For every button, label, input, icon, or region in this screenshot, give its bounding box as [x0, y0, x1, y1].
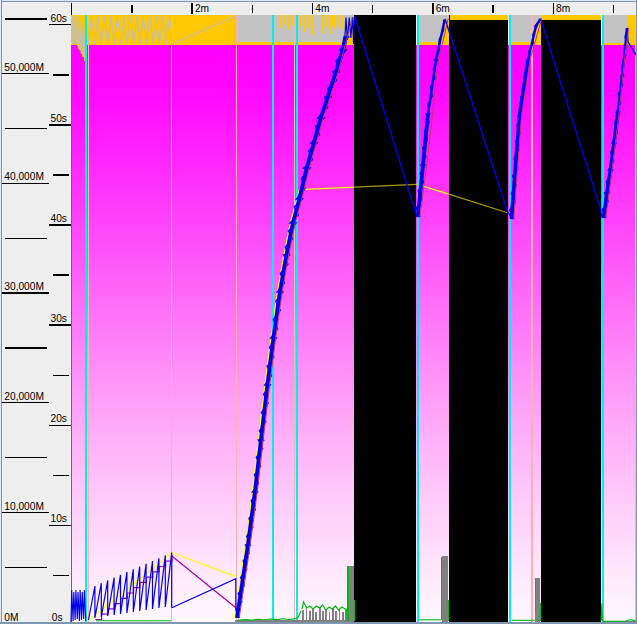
svg-text:6m: 6m: [436, 3, 450, 14]
svg-text:0s: 0s: [52, 612, 63, 623]
svg-text:50s: 50s: [50, 113, 66, 124]
svg-text:20s: 20s: [50, 413, 66, 424]
svg-text:50,000M: 50,000M: [4, 62, 44, 73]
svg-text:8m: 8m: [556, 3, 570, 14]
svg-text:10,000M: 10,000M: [4, 501, 44, 512]
svg-text:60s: 60s: [50, 13, 66, 24]
svg-text:40s: 40s: [50, 213, 66, 224]
svg-text:30s: 30s: [50, 313, 66, 324]
svg-text:10s: 10s: [50, 513, 66, 524]
svg-text:40,000M: 40,000M: [4, 171, 44, 182]
svg-text:2m: 2m: [195, 3, 209, 14]
svg-text:30,000M: 30,000M: [4, 281, 44, 292]
svg-text:4m: 4m: [315, 3, 329, 14]
svg-text:0M: 0M: [4, 612, 18, 623]
svg-text:20,000M: 20,000M: [4, 391, 44, 402]
